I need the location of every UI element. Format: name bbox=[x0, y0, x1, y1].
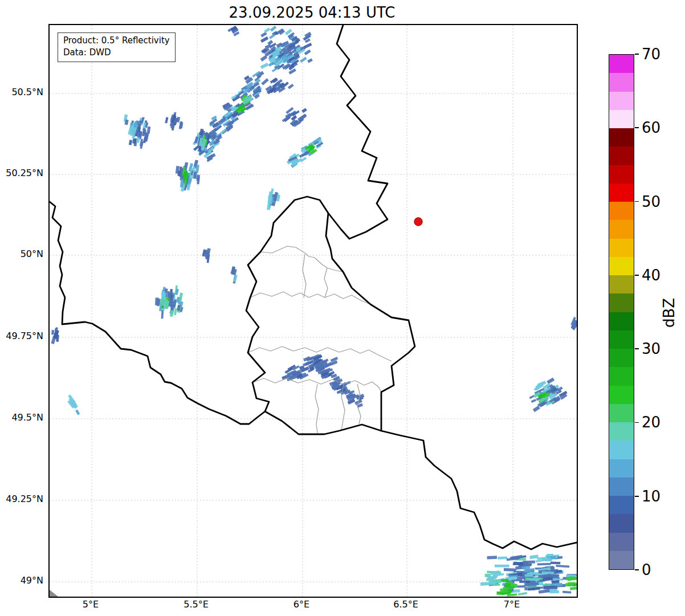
data-source: Data: DWD bbox=[63, 47, 170, 59]
y-tick-label: 49.25°N bbox=[0, 493, 43, 505]
country-border bbox=[381, 431, 577, 549]
y-tick-label: 49°N bbox=[0, 574, 43, 587]
echo-cluster-nne bbox=[260, 26, 313, 75]
echo-bin bbox=[303, 356, 311, 362]
colorbar-segment bbox=[609, 220, 634, 238]
echo-bin bbox=[129, 140, 132, 145]
colorbar-segment bbox=[609, 92, 634, 110]
echo-cluster-w2 bbox=[165, 112, 183, 130]
echo-bin bbox=[75, 409, 80, 415]
echo-bin bbox=[173, 115, 176, 120]
colorbar-tick-mark bbox=[635, 496, 639, 497]
region-border bbox=[324, 268, 328, 297]
echo-bin bbox=[543, 557, 551, 561]
echo-bin bbox=[529, 578, 538, 581]
colorbar-tick-label: 70 bbox=[642, 46, 660, 63]
echo-bin bbox=[531, 399, 536, 403]
colorbar-segment bbox=[609, 110, 634, 128]
echo-bin bbox=[132, 138, 136, 144]
colorbar-segment bbox=[609, 367, 634, 385]
region-border bbox=[252, 378, 381, 392]
x-tick-label: 5.5°E bbox=[170, 599, 222, 610]
echo-bin bbox=[300, 56, 307, 63]
x-tick-label: 6°E bbox=[276, 599, 327, 610]
echo-dash-2 bbox=[230, 266, 237, 284]
colorbar-segment bbox=[609, 331, 634, 349]
echo-bin bbox=[260, 36, 268, 43]
colorbar-segment bbox=[609, 165, 634, 183]
colorbar-tick-mark bbox=[635, 201, 639, 202]
colorbar-tick-mark bbox=[635, 569, 639, 570]
x-tick-label: 5°E bbox=[65, 599, 116, 610]
echo-bin bbox=[157, 299, 160, 306]
colorbar-tick-label: 60 bbox=[642, 119, 660, 136]
colorbar-tick-mark bbox=[635, 54, 639, 55]
colorbar-tick-mark bbox=[635, 348, 639, 349]
colorbar-segment bbox=[609, 293, 634, 312]
echo-bin bbox=[511, 584, 517, 587]
echo-bin bbox=[260, 63, 269, 69]
colorbar-tick-mark bbox=[635, 127, 639, 128]
y-tick-label: 49.75°N bbox=[0, 330, 43, 342]
echo-bin bbox=[570, 586, 577, 590]
product-name: Product: 0.5° Reflectivity bbox=[63, 35, 170, 47]
echo-bin bbox=[495, 565, 509, 568]
echo-bin bbox=[573, 584, 577, 586]
echo-bin bbox=[501, 579, 509, 582]
echo-bin bbox=[513, 562, 523, 566]
echo-bin bbox=[488, 581, 496, 584]
echo-bin bbox=[556, 565, 569, 568]
echo-bin bbox=[547, 378, 554, 385]
echo-dash-right-edge bbox=[570, 317, 577, 331]
echo-bin bbox=[147, 127, 151, 134]
colorbar-segment bbox=[609, 459, 634, 478]
colorbar-segment bbox=[609, 257, 634, 275]
colorbar-segment bbox=[609, 239, 634, 257]
echo-bin bbox=[261, 78, 268, 85]
country-border bbox=[246, 197, 415, 434]
echo-bin bbox=[165, 117, 168, 123]
colorbar-segment bbox=[609, 404, 634, 422]
plot-title: 23.09.2025 04:13 UTC bbox=[48, 3, 576, 22]
colorbar-segment bbox=[609, 275, 634, 293]
radar-map-canvas bbox=[50, 25, 577, 597]
colorbar-tick-label: 0 bbox=[642, 561, 651, 578]
echo-bin bbox=[304, 43, 312, 49]
echo-lux-central-3 bbox=[315, 368, 364, 408]
echo-bin bbox=[498, 557, 507, 560]
colorbar-segment bbox=[609, 146, 634, 165]
echo-bin bbox=[288, 84, 294, 89]
colorbar-tick-mark bbox=[635, 275, 639, 276]
corner-wedge bbox=[50, 590, 58, 597]
echo-cluster-w1 bbox=[124, 115, 150, 149]
echo-bin bbox=[307, 58, 313, 63]
echo-bin bbox=[537, 563, 551, 565]
colorbar-segment bbox=[609, 422, 634, 440]
product-info-box: Product: 0.5° Reflectivity Data: DWD bbox=[58, 32, 176, 62]
colorbar-segment bbox=[609, 514, 634, 532]
colorbar-tick-label: 20 bbox=[642, 414, 660, 431]
colorbar-segment bbox=[609, 533, 634, 551]
echo-bin bbox=[539, 589, 550, 594]
echo-bin bbox=[264, 27, 270, 33]
echo-streak-e bbox=[287, 137, 324, 168]
echo-bin bbox=[51, 330, 54, 334]
colorbar-unit-label: dBZ bbox=[660, 290, 678, 336]
echo-dash-left-edge bbox=[51, 327, 59, 344]
echo-bin bbox=[270, 26, 277, 32]
echo-bin bbox=[193, 172, 197, 179]
echo-cluster-c2 bbox=[282, 107, 307, 127]
colorbar-tick-label: 10 bbox=[642, 488, 660, 505]
location-marker bbox=[414, 218, 422, 226]
colorbar-segment bbox=[609, 440, 634, 459]
colorbar-segment bbox=[609, 202, 634, 220]
echo-bin bbox=[519, 580, 530, 583]
echo-bin bbox=[269, 34, 276, 39]
y-tick-label: 49.5°N bbox=[0, 411, 43, 424]
echo-dash-lux-n bbox=[267, 189, 280, 210]
colorbar-segment bbox=[609, 349, 634, 367]
region-border bbox=[250, 292, 370, 304]
colorbar-segment bbox=[609, 55, 634, 73]
colorbar-segment bbox=[609, 478, 634, 496]
colorbar-segment bbox=[609, 312, 634, 331]
